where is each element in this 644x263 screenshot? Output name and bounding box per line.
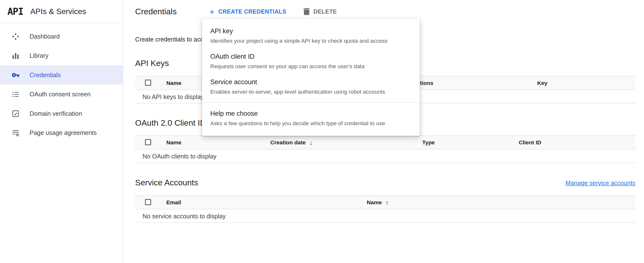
- delete-label: DELETE: [314, 8, 337, 15]
- service-accounts-heading: Service Accounts: [135, 178, 198, 188]
- column-header-client-id: Client ID: [519, 136, 541, 149]
- create-credentials-button[interactable]: + CREATE CREDENTIALS: [210, 7, 286, 16]
- column-header-name[interactable]: Name ↑: [367, 196, 388, 209]
- sidebar-item-page-usage-agreements[interactable]: Page usage agreements: [0, 123, 123, 142]
- service-accounts-table-header: Email Name ↑: [135, 195, 635, 209]
- menu-item-service-account[interactable]: Service account Enables server-to-server…: [202, 74, 420, 99]
- menu-item-title: OAuth client ID: [210, 52, 412, 61]
- oauth-clients-table: Name Creation date ↓ Type Client ID No O…: [135, 135, 635, 163]
- sidebar-item-label: Domain verification: [30, 110, 82, 117]
- empty-state-row: No OAuth clients to display: [135, 149, 635, 163]
- column-header-key: Key: [537, 76, 547, 89]
- create-credentials-label: CREATE CREDENTIALS: [218, 8, 286, 15]
- sidebar-header: API APIs & Services: [0, 0, 123, 23]
- select-all-checkbox[interactable]: [145, 199, 151, 205]
- column-header-email: Email: [166, 196, 181, 209]
- api-logo: API: [7, 6, 23, 17]
- sidebar-item-credentials[interactable]: Credentials: [0, 65, 123, 84]
- oauth-clients-heading: OAuth 2.0 Client IDs: [135, 118, 210, 128]
- plus-icon: +: [210, 7, 215, 16]
- select-all-checkbox[interactable]: [145, 139, 151, 145]
- sidebar-item-label: Dashboard: [30, 33, 60, 40]
- menu-item-description: Enables server-to-server, app-level auth…: [210, 88, 412, 96]
- sidebar: API APIs & Services Dashboard Library: [0, 0, 123, 263]
- sort-descending-icon: ↓: [309, 139, 312, 146]
- api-keys-heading: API Keys: [135, 59, 169, 68]
- column-header-name: Name: [166, 76, 182, 89]
- column-header-label: Name: [367, 199, 382, 205]
- sidebar-item-label: Library: [30, 52, 48, 59]
- trash-icon: [304, 8, 310, 15]
- sidebar-item-label: OAuth consent screen: [30, 91, 90, 98]
- dashboard-icon: [11, 32, 20, 41]
- column-header-name: Name: [166, 136, 182, 149]
- create-credentials-menu: API key Identifies your project using a …: [202, 19, 420, 136]
- oauth-clients-table-header: Name Creation date ↓ Type Client ID: [135, 135, 635, 149]
- menu-item-title: Help me choose: [210, 109, 412, 118]
- app-title: APIs & Services: [30, 7, 86, 16]
- column-header-type: Type: [422, 136, 435, 149]
- sidebar-nav: Dashboard Library Credentials: [0, 23, 123, 142]
- service-accounts-table: Email Name ↑ No service accounts to disp…: [135, 195, 635, 223]
- page-title: Credentials: [135, 7, 176, 16]
- library-icon: [11, 51, 20, 60]
- agreements-gear-icon: [11, 128, 20, 137]
- delete-button[interactable]: DELETE: [304, 8, 337, 15]
- consent-screen-icon: [11, 90, 20, 99]
- menu-item-oauth-client-id[interactable]: OAuth client ID Requests user consent so…: [202, 48, 420, 74]
- select-all-checkbox[interactable]: [145, 80, 151, 86]
- menu-item-title: API key: [210, 27, 412, 36]
- key-icon: [11, 70, 20, 79]
- column-header-label: Creation date: [270, 139, 306, 145]
- column-header-creation-date[interactable]: Creation date ↓: [270, 136, 312, 149]
- sidebar-item-domain-verification[interactable]: Domain verification: [0, 104, 123, 123]
- menu-item-help-me-choose[interactable]: Help me choose Asks a few questions to h…: [202, 106, 420, 131]
- empty-state-row: No service accounts to display: [135, 209, 635, 223]
- manage-service-accounts-link[interactable]: Manage service accounts: [566, 179, 636, 186]
- sidebar-item-library[interactable]: Library: [0, 46, 123, 65]
- page: API APIs & Services Dashboard Library: [0, 0, 644, 263]
- menu-item-description: Identifies your project using a simple A…: [210, 37, 412, 45]
- sort-ascending-icon: ↑: [386, 199, 389, 206]
- checked-box-icon: [11, 109, 20, 118]
- sidebar-item-label: Credentials: [30, 71, 61, 78]
- menu-divider: [202, 102, 420, 103]
- menu-item-description: Asks a few questions to help you decide …: [210, 119, 412, 127]
- sidebar-item-oauth-consent-screen[interactable]: OAuth consent screen: [0, 84, 123, 104]
- sidebar-item-dashboard[interactable]: Dashboard: [0, 27, 123, 46]
- menu-item-api-key[interactable]: API key Identifies your project using a …: [202, 23, 420, 48]
- menu-item-description: Requests user consent so your app can ac…: [210, 62, 412, 70]
- menu-item-title: Service account: [210, 78, 412, 87]
- sidebar-item-label: Page usage agreements: [30, 129, 97, 136]
